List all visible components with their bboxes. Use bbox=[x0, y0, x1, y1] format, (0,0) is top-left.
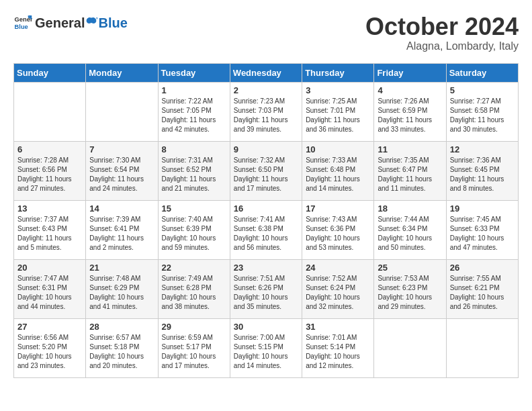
day-number: 16 bbox=[234, 203, 298, 214]
day-number: 19 bbox=[450, 203, 515, 214]
calendar-cell bbox=[446, 318, 518, 377]
location-title: Alagna, Lombardy, Italy bbox=[365, 40, 519, 52]
day-number: 29 bbox=[162, 322, 226, 332]
weekday-header-thursday: Thursday bbox=[302, 63, 374, 82]
day-info: Sunrise: 7:23 AM Sunset: 7:03 PM Dayligh… bbox=[234, 97, 298, 134]
calendar-cell bbox=[14, 82, 86, 141]
calendar-cell: 5Sunrise: 7:27 AM Sunset: 6:58 PM Daylig… bbox=[446, 82, 518, 141]
day-number: 20 bbox=[17, 263, 82, 273]
calendar-cell: 29Sunrise: 6:59 AM Sunset: 5:17 PM Dayli… bbox=[158, 318, 230, 377]
day-number: 31 bbox=[306, 322, 370, 332]
logo: General Blue General Blue bbox=[13, 13, 128, 32]
day-number: 25 bbox=[378, 263, 442, 273]
day-number: 2 bbox=[234, 85, 298, 95]
day-number: 12 bbox=[450, 144, 515, 154]
day-info: Sunrise: 7:41 AM Sunset: 6:38 PM Dayligh… bbox=[234, 215, 298, 253]
weekday-header-tuesday: Tuesday bbox=[158, 63, 230, 82]
calendar-cell: 11Sunrise: 7:35 AM Sunset: 6:47 PM Dayli… bbox=[374, 141, 446, 200]
calendar-cell: 8Sunrise: 7:31 AM Sunset: 6:52 PM Daylig… bbox=[158, 141, 230, 200]
calendar-cell: 6Sunrise: 7:28 AM Sunset: 6:56 PM Daylig… bbox=[14, 141, 86, 200]
calendar-cell: 12Sunrise: 7:36 AM Sunset: 6:45 PM Dayli… bbox=[446, 141, 518, 200]
calendar-cell: 20Sunrise: 7:47 AM Sunset: 6:31 PM Dayli… bbox=[14, 259, 86, 318]
calendar-cell: 27Sunrise: 6:56 AM Sunset: 5:20 PM Dayli… bbox=[14, 318, 86, 377]
calendar-cell: 17Sunrise: 7:43 AM Sunset: 6:36 PM Dayli… bbox=[302, 200, 374, 259]
weekday-header-monday: Monday bbox=[86, 63, 158, 82]
calendar-cell: 28Sunrise: 6:57 AM Sunset: 5:18 PM Dayli… bbox=[86, 318, 158, 377]
day-info: Sunrise: 7:45 AM Sunset: 6:33 PM Dayligh… bbox=[450, 215, 515, 253]
day-number: 14 bbox=[89, 203, 154, 214]
day-number: 11 bbox=[378, 144, 442, 154]
day-number: 4 bbox=[378, 85, 442, 95]
calendar-week-5: 27Sunrise: 6:56 AM Sunset: 5:20 PM Dayli… bbox=[14, 318, 519, 377]
day-info: Sunrise: 7:27 AM Sunset: 6:58 PM Dayligh… bbox=[450, 97, 515, 134]
weekday-header-friday: Friday bbox=[374, 63, 446, 82]
day-info: Sunrise: 7:00 AM Sunset: 5:15 PM Dayligh… bbox=[234, 333, 298, 371]
calendar-cell: 19Sunrise: 7:45 AM Sunset: 6:33 PM Dayli… bbox=[446, 200, 518, 259]
day-info: Sunrise: 7:40 AM Sunset: 6:39 PM Dayligh… bbox=[162, 215, 226, 253]
weekday-header-sunday: Sunday bbox=[14, 63, 86, 82]
calendar-cell: 10Sunrise: 7:33 AM Sunset: 6:48 PM Dayli… bbox=[302, 141, 374, 200]
calendar-cell: 15Sunrise: 7:40 AM Sunset: 6:39 PM Dayli… bbox=[158, 200, 230, 259]
day-number: 23 bbox=[234, 263, 298, 273]
day-number: 13 bbox=[17, 203, 82, 214]
day-info: Sunrise: 6:59 AM Sunset: 5:17 PM Dayligh… bbox=[162, 333, 226, 371]
day-info: Sunrise: 7:35 AM Sunset: 6:47 PM Dayligh… bbox=[378, 156, 442, 193]
calendar-header: SundayMondayTuesdayWednesdayThursdayFrid… bbox=[14, 63, 519, 82]
logo-general: General bbox=[35, 15, 85, 31]
day-info: Sunrise: 7:01 AM Sunset: 5:14 PM Dayligh… bbox=[306, 333, 370, 371]
day-info: Sunrise: 7:44 AM Sunset: 6:34 PM Dayligh… bbox=[378, 215, 442, 253]
day-number: 26 bbox=[450, 263, 515, 273]
day-number: 6 bbox=[17, 144, 82, 154]
page-header: General Blue General Blue October 2024 A… bbox=[13, 13, 519, 52]
logo-wordmark: General Blue bbox=[35, 15, 128, 31]
day-number: 18 bbox=[378, 203, 442, 214]
calendar-table: SundayMondayTuesdayWednesdayThursdayFrid… bbox=[13, 63, 519, 378]
calendar-cell bbox=[86, 82, 158, 141]
day-info: Sunrise: 7:49 AM Sunset: 6:28 PM Dayligh… bbox=[162, 274, 226, 312]
day-info: Sunrise: 7:26 AM Sunset: 6:59 PM Dayligh… bbox=[378, 97, 442, 134]
day-number: 10 bbox=[306, 144, 370, 154]
day-info: Sunrise: 7:36 AM Sunset: 6:45 PM Dayligh… bbox=[450, 156, 515, 193]
svg-text:Blue: Blue bbox=[15, 24, 28, 30]
logo-icon: General Blue bbox=[13, 13, 32, 32]
calendar-cell: 22Sunrise: 7:49 AM Sunset: 6:28 PM Dayli… bbox=[158, 259, 230, 318]
calendar-cell: 16Sunrise: 7:41 AM Sunset: 6:38 PM Dayli… bbox=[230, 200, 302, 259]
day-number: 17 bbox=[306, 203, 370, 214]
calendar-cell: 24Sunrise: 7:52 AM Sunset: 6:24 PM Dayli… bbox=[302, 259, 374, 318]
day-info: Sunrise: 7:52 AM Sunset: 6:24 PM Dayligh… bbox=[306, 274, 370, 312]
calendar-cell: 4Sunrise: 7:26 AM Sunset: 6:59 PM Daylig… bbox=[374, 82, 446, 141]
calendar-cell: 31Sunrise: 7:01 AM Sunset: 5:14 PM Dayli… bbox=[302, 318, 374, 377]
calendar-cell: 25Sunrise: 7:53 AM Sunset: 6:23 PM Dayli… bbox=[374, 259, 446, 318]
day-info: Sunrise: 7:33 AM Sunset: 6:48 PM Dayligh… bbox=[306, 156, 370, 193]
day-info: Sunrise: 7:28 AM Sunset: 6:56 PM Dayligh… bbox=[17, 156, 82, 193]
calendar-week-2: 6Sunrise: 7:28 AM Sunset: 6:56 PM Daylig… bbox=[14, 141, 519, 200]
day-info: Sunrise: 7:31 AM Sunset: 6:52 PM Dayligh… bbox=[162, 156, 226, 193]
day-number: 1 bbox=[162, 85, 226, 95]
day-info: Sunrise: 7:39 AM Sunset: 6:41 PM Dayligh… bbox=[89, 215, 154, 253]
day-info: Sunrise: 7:37 AM Sunset: 6:43 PM Dayligh… bbox=[17, 215, 82, 253]
title-block: October 2024 Alagna, Lombardy, Italy bbox=[365, 13, 519, 52]
calendar-week-1: 1Sunrise: 7:22 AM Sunset: 7:05 PM Daylig… bbox=[14, 82, 519, 141]
logo-blue: Blue bbox=[98, 15, 127, 31]
day-info: Sunrise: 7:51 AM Sunset: 6:26 PM Dayligh… bbox=[234, 274, 298, 312]
calendar-cell: 7Sunrise: 7:30 AM Sunset: 6:54 PM Daylig… bbox=[86, 141, 158, 200]
day-info: Sunrise: 7:25 AM Sunset: 7:01 PM Dayligh… bbox=[306, 97, 370, 134]
calendar-cell: 26Sunrise: 7:55 AM Sunset: 6:21 PM Dayli… bbox=[446, 259, 518, 318]
calendar-cell: 18Sunrise: 7:44 AM Sunset: 6:34 PM Dayli… bbox=[374, 200, 446, 259]
day-info: Sunrise: 7:43 AM Sunset: 6:36 PM Dayligh… bbox=[306, 215, 370, 253]
calendar-body: 1Sunrise: 7:22 AM Sunset: 7:05 PM Daylig… bbox=[14, 82, 519, 377]
calendar-cell: 9Sunrise: 7:32 AM Sunset: 6:50 PM Daylig… bbox=[230, 141, 302, 200]
calendar-cell: 14Sunrise: 7:39 AM Sunset: 6:41 PM Dayli… bbox=[86, 200, 158, 259]
day-number: 24 bbox=[306, 263, 370, 273]
logo-bird-icon bbox=[85, 15, 97, 28]
day-number: 3 bbox=[306, 85, 370, 95]
calendar-cell: 21Sunrise: 7:48 AM Sunset: 6:29 PM Dayli… bbox=[86, 259, 158, 318]
header-row: SundayMondayTuesdayWednesdayThursdayFrid… bbox=[14, 63, 519, 82]
calendar-week-4: 20Sunrise: 7:47 AM Sunset: 6:31 PM Dayli… bbox=[14, 259, 519, 318]
day-number: 21 bbox=[89, 263, 154, 273]
day-info: Sunrise: 7:47 AM Sunset: 6:31 PM Dayligh… bbox=[17, 274, 82, 312]
day-number: 22 bbox=[162, 263, 226, 273]
day-info: Sunrise: 7:30 AM Sunset: 6:54 PM Dayligh… bbox=[89, 156, 154, 193]
calendar-cell: 23Sunrise: 7:51 AM Sunset: 6:26 PM Dayli… bbox=[230, 259, 302, 318]
calendar-cell: 1Sunrise: 7:22 AM Sunset: 7:05 PM Daylig… bbox=[158, 82, 230, 141]
